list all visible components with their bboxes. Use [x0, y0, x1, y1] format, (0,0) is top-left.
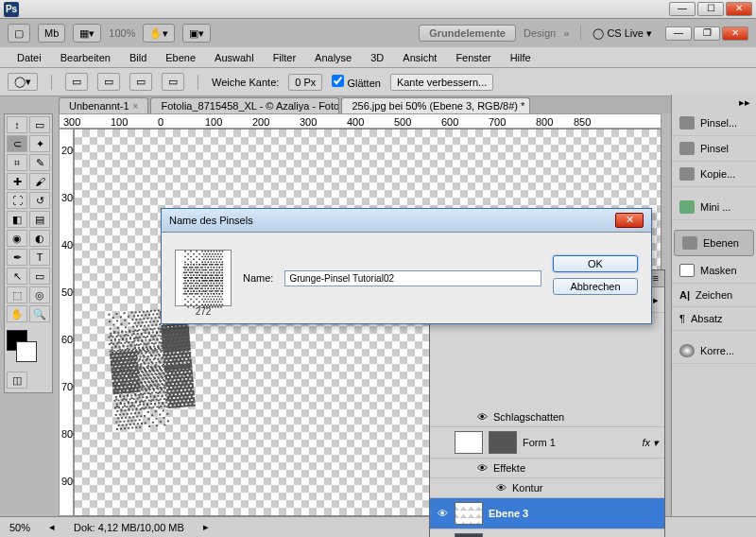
3d-cam-tool[interactable]: ◎: [29, 286, 50, 303]
doc-minimize-button[interactable]: —: [665, 26, 692, 41]
menu-3d[interactable]: 3D: [363, 50, 391, 65]
workspace-design-button[interactable]: Design: [524, 27, 556, 39]
hand-icon[interactable]: ✋▾: [143, 24, 175, 43]
maximize-button[interactable]: ☐: [697, 2, 724, 16]
effects-label[interactable]: Effekte: [493, 462, 525, 474]
ok-button[interactable]: OK: [553, 255, 638, 272]
char-icon: A|: [679, 289, 690, 301]
menu-ebene[interactable]: Ebene: [158, 50, 203, 65]
doc-close-button[interactable]: ✕: [722, 26, 748, 41]
layer-form1[interactable]: Form 1 fx ▾: [430, 427, 664, 459]
menu-hilfe[interactable]: Hilfe: [503, 50, 539, 65]
dock-ebenen[interactable]: Ebenen: [674, 230, 754, 256]
menu-bearbeiten[interactable]: Bearbeiten: [53, 50, 118, 65]
dock-pinselvorgaben[interactable]: Pinsel...: [672, 111, 756, 136]
menu-analyse[interactable]: Analyse: [307, 50, 359, 65]
selection-intersect-icon[interactable]: ▭: [162, 73, 184, 91]
tab-unbenannt[interactable]: Unbenannt-1×: [59, 97, 148, 113]
menu-auswahl[interactable]: Auswahl: [207, 50, 262, 65]
layer-hintergrund[interactable]: Hintergrund 🔒: [430, 529, 664, 537]
workspace-more-button[interactable]: »: [563, 27, 569, 39]
refine-edge-button[interactable]: Kante verbessern...: [390, 74, 493, 91]
screenmode-icon[interactable]: ▣▾: [182, 24, 211, 43]
3d-tool[interactable]: ⬚: [7, 286, 27, 303]
arrange-icon[interactable]: ▦▾: [73, 24, 101, 43]
tab-fotolia[interactable]: Fotolia_8715458_XL - © Azaliya - Fotolia…: [150, 97, 339, 113]
masks-icon: [679, 264, 695, 277]
appframe-home-icon[interactable]: ▢: [8, 24, 30, 43]
antialias-checkbox[interactable]: Glätten: [332, 75, 381, 89]
selection-sub-icon[interactable]: ▭: [129, 73, 152, 91]
move-tool[interactable]: ↕: [7, 116, 27, 133]
menu-bild[interactable]: Bild: [122, 50, 154, 65]
menu-datei[interactable]: Datei: [9, 50, 49, 65]
zoom-tool[interactable]: 🔍: [29, 305, 50, 322]
lasso-tool[interactable]: ⊂: [7, 135, 27, 152]
gradient-tool[interactable]: ▤: [29, 211, 50, 228]
heal-tool[interactable]: ✚: [7, 173, 27, 190]
bridge-icon[interactable]: Mb: [38, 24, 65, 43]
brush-size-label: 272: [176, 305, 231, 319]
effect-schlagschatten[interactable]: Schlagschatten: [493, 411, 564, 423]
selection-add-icon[interactable]: ▭: [97, 73, 120, 91]
cslive-button[interactable]: CS Live: [607, 27, 644, 39]
close-icon[interactable]: ×: [133, 101, 139, 112]
eye-icon[interactable]: 👁: [477, 462, 488, 474]
dock-kopierquelle[interactable]: Kopie...: [672, 162, 756, 187]
pinselvor-icon: [679, 116, 695, 130]
tool-preset-icon[interactable]: ◯▾: [8, 73, 38, 91]
eraser-tool[interactable]: ◧: [7, 211, 27, 228]
dock-korrekturen[interactable]: Korre...: [672, 338, 756, 364]
menu-fenster[interactable]: Fenster: [448, 50, 498, 65]
close-icon[interactable]: ×: [528, 101, 530, 112]
menu-ansicht[interactable]: Ansicht: [395, 50, 444, 65]
chevron-right-icon[interactable]: ▸: [203, 521, 209, 533]
cancel-button[interactable]: Abbrechen: [553, 278, 638, 295]
chevron-right-icon[interactable]: ▸: [653, 294, 659, 306]
selection-new-icon[interactable]: ▭: [65, 73, 88, 91]
options-bar: ◯▾ ▭ ▭ ▭ ▭ Weiche Kante: 0 Px Glätten Ka…: [0, 68, 756, 96]
workspace-essentials-button[interactable]: Grundelemente: [419, 25, 516, 42]
wand-tool[interactable]: ✦: [29, 135, 50, 152]
minimize-button[interactable]: —: [669, 2, 696, 16]
eye-icon[interactable]: 👁: [436, 508, 449, 519]
dialog-title: Name des Pinsels: [169, 215, 253, 226]
brush-name-input[interactable]: [284, 270, 541, 286]
blur-tool[interactable]: ◉: [7, 230, 27, 247]
dock-minibridge[interactable]: Mini ...: [672, 195, 756, 220]
eye-icon[interactable]: 👁: [477, 411, 488, 423]
right-dock: ▸▸ Pinsel... Pinsel Kopie... Mini ... Eb…: [671, 95, 756, 516]
menu-filter[interactable]: Filter: [266, 50, 303, 65]
quickmask-tool[interactable]: ◫: [7, 372, 27, 389]
zoom-level[interactable]: 100%: [109, 27, 135, 39]
dock-absatz[interactable]: ¶Absatz: [672, 307, 756, 331]
layer-ebene3[interactable]: 👁 Ebene 3: [430, 498, 664, 529]
history-brush-tool[interactable]: ↺: [29, 192, 50, 209]
pen-tool[interactable]: ✒: [7, 249, 27, 266]
stamp-tool[interactable]: ⛶: [7, 192, 27, 209]
dodge-tool[interactable]: ◐: [29, 230, 50, 247]
type-tool[interactable]: T: [29, 249, 50, 266]
crop-tool[interactable]: ⌗: [7, 154, 27, 171]
doc-restore-button[interactable]: ❐: [694, 26, 720, 41]
dock-masken[interactable]: Masken: [672, 258, 756, 284]
status-zoom[interactable]: 50%: [9, 522, 30, 533]
dialog-close-button[interactable]: ✕: [615, 213, 644, 228]
brush-tool[interactable]: 🖌: [29, 173, 50, 190]
shape-tool[interactable]: ▭: [29, 268, 50, 285]
close-button[interactable]: ✕: [726, 2, 752, 16]
feather-value[interactable]: 0 Px: [288, 74, 322, 91]
brush-stroke-artwork: ░▒▓▒░▓▓▒░░▒▓▒░: [107, 315, 203, 454]
hand-tool[interactable]: ✋: [7, 305, 27, 322]
chevron-left-icon[interactable]: ◂: [49, 521, 55, 533]
marquee-tool[interactable]: ▭: [29, 116, 50, 133]
pinsel-icon: [679, 142, 695, 155]
eyedropper-tool[interactable]: ✎: [29, 154, 50, 171]
dock-pinsel[interactable]: Pinsel: [672, 136, 756, 162]
tab-256jpg[interactable]: 256.jpg bei 50% (Ebene 3, RGB/8#) *×: [341, 97, 530, 113]
path-tool[interactable]: ↖: [7, 268, 27, 285]
dock-zeichen[interactable]: A|Zeichen: [672, 284, 756, 307]
effect-kontur[interactable]: Kontur: [512, 482, 542, 494]
collapse-dock-icon[interactable]: ▸▸: [672, 95, 756, 111]
eye-icon[interactable]: 👁: [496, 482, 507, 494]
